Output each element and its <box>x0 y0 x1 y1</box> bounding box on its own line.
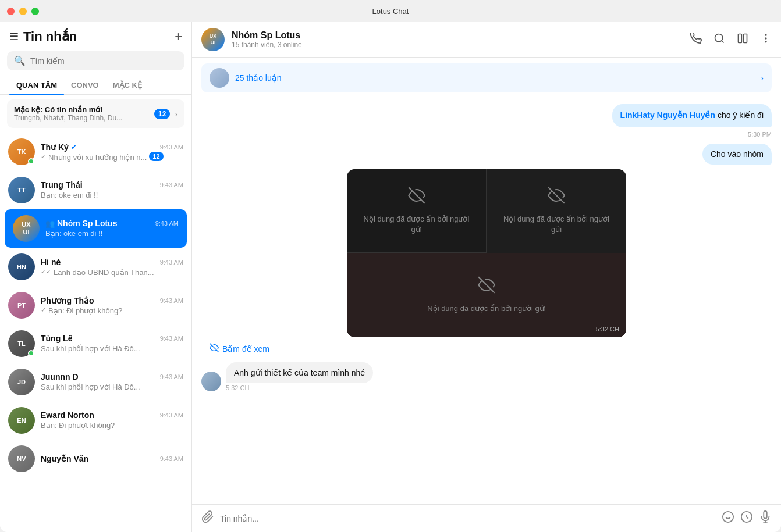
sender-avatar <box>201 372 221 391</box>
chat-time: 9:43 AM <box>160 412 183 419</box>
list-item[interactable]: TK Thư Ký ✔ 9:43 AM ✓ Nhưng với xu hướng… <box>0 133 191 171</box>
messages-area: LinkHaty Nguyễn Huyền cho ý kiến đi 5:30… <box>192 98 781 504</box>
compose-button[interactable]: + <box>175 29 182 44</box>
maximize-button[interactable] <box>31 8 39 15</box>
message-text: Cho vào nhóm <box>711 149 764 159</box>
call-icon[interactable] <box>690 33 702 47</box>
svg-rect-3 <box>744 34 747 42</box>
thread-banner[interactable]: 25 thảo luận › <box>201 63 772 92</box>
search-icon: 🔍 <box>14 55 26 66</box>
list-item[interactable]: TT Trung Thái 9:43 AM Bạn: oke em đi !! <box>0 171 191 209</box>
hidden-cell: Nội dung đã được ẩn bởi người gửi 5:32 C… <box>347 253 626 337</box>
chat-name: Hi nè <box>41 258 61 267</box>
hidden-text: Nội dung đã được ẩn bởi người gửi <box>427 304 545 314</box>
thread-label: 25 thảo luận <box>235 73 755 83</box>
chat-time: 9:43 AM <box>160 259 183 266</box>
emoji-icon[interactable] <box>722 510 734 526</box>
chevron-right-icon: › <box>175 109 178 119</box>
chat-header-name: Nhóm Sp Lotus <box>232 30 683 41</box>
hidden-images-grid: Nội dung đã được ẩn bởi người gửi Nội d <box>347 169 626 338</box>
hidden-cell: Nội dung đã được ẩn bởi người gửi <box>487 169 626 253</box>
online-indicator <box>28 350 34 356</box>
chat-name: Juunnn D <box>41 372 79 381</box>
chat-name: Trung Thái <box>41 180 83 190</box>
list-item[interactable]: JD Juunnn D 9:43 AM Sau khi phối hợp với… <box>0 363 191 401</box>
list-item[interactable]: UXUI 👥 Nhóm Sp Lotus 9:43 AM Bạn: oke em… <box>5 209 187 248</box>
sidebar-header: ☰ Tin nhắn + <box>0 22 191 51</box>
chat-preview: Nhưng với xu hướng hiện n... <box>48 153 147 162</box>
chat-name: Tùng Lê <box>41 334 72 343</box>
avatar: NV <box>8 445 35 472</box>
message-bubble: Anh gửi thiết kế của team mình nhé <box>226 362 373 383</box>
list-item[interactable]: EN Eward Norton 9:43 AM Bạn: Đi phượt kh… <box>0 401 191 440</box>
chat-name: Nguyễn Văn <box>41 454 88 463</box>
chat-name: Phương Thảo <box>41 296 94 305</box>
menu-icon[interactable]: ☰ <box>9 30 19 43</box>
message-row: Anh gửi thiết kế của team mình nhé 5:32 … <box>201 362 772 391</box>
tab-convo[interactable]: CONVO <box>64 76 106 94</box>
thread-avatar <box>210 68 229 88</box>
svg-point-6 <box>765 41 766 42</box>
message-bubble: Cho vào nhóm <box>702 144 772 165</box>
tap-to-view-button[interactable]: Bấm để xem <box>201 340 278 358</box>
sidebar: ☰ Tin nhắn + 🔍 QUAN TÂM CONVO MẶC KỆ Mặc… <box>0 22 192 532</box>
list-item[interactable]: PT Phương Thảo 9:43 AM ✓ Bạn: Đi phượt k… <box>0 286 191 324</box>
avatar-wrap: HN <box>8 253 35 280</box>
list-item[interactable]: TL Tùng Lê 9:43 AM Sau khi phối hợp với … <box>0 324 191 363</box>
tab-bar: QUAN TÂM CONVO MẶC KỆ <box>0 76 191 95</box>
hidden-content-message: Nội dung đã được ẩn bởi người gửi Nội d <box>201 169 772 358</box>
hidden-cell: Nội dung đã được ẩn bởi người gửi <box>347 169 487 253</box>
list-item[interactable]: HN Hi nè 9:43 AM ✓✓ Lãnh đạo UBND quận T… <box>0 248 191 286</box>
input-bar <box>192 504 781 532</box>
avatar-wrap: UXUI <box>13 215 40 242</box>
sender-name: LinkHaty Nguyễn Huyền <box>620 110 715 120</box>
tab-mac-ke[interactable]: MẶC KỆ <box>106 76 149 94</box>
chevron-right-icon: › <box>761 73 764 83</box>
group-icon: 👥 <box>45 219 55 228</box>
sticker-icon[interactable] <box>740 510 753 526</box>
tap-to-view-label: Bấm để xem <box>222 344 269 354</box>
message-time: 5:30 PM <box>748 131 772 138</box>
hidden-text: Nội dung đã được ẩn bởi người gửi <box>498 214 615 235</box>
chat-time: 9:43 AM <box>155 220 179 227</box>
attach-icon[interactable] <box>201 510 214 526</box>
more-icon[interactable] <box>760 33 772 47</box>
window-controls <box>7 8 39 15</box>
avatar-wrap: TK <box>8 138 35 165</box>
read-receipt-icon: ✓✓ <box>41 268 51 276</box>
chat-header-sub: 15 thành viên, 3 online <box>232 41 683 49</box>
message-row: LinkHaty Nguyễn Huyền cho ý kiến đi 5:30… <box>201 104 772 139</box>
hidden-icon <box>478 276 495 298</box>
verified-icon: ✔ <box>71 143 77 151</box>
group-avatar: UXUI <box>13 215 40 242</box>
hidden-icon <box>408 187 425 208</box>
list-item[interactable]: NV Nguyễn Văn 9:43 AM <box>0 440 191 478</box>
minimize-button[interactable] <box>19 8 27 15</box>
search-icon[interactable] <box>713 33 725 47</box>
notif-title: Mặc kệ: Có tin nhắn mới <box>14 105 150 114</box>
hidden-icon <box>548 187 565 208</box>
tab-quan-tam[interactable]: QUAN TÂM <box>9 76 64 94</box>
chat-time: 9:43 AM <box>160 144 183 151</box>
svg-point-4 <box>765 34 766 35</box>
app-title: Lotus Chat <box>372 7 409 16</box>
search-input[interactable] <box>30 56 178 66</box>
message-text: Anh gửi thiết kế của team mình nhé <box>234 368 365 377</box>
avatar-wrap: TL <box>8 330 35 357</box>
layout-icon[interactable] <box>737 33 748 47</box>
chat-name: Eward Norton <box>41 410 94 420</box>
microphone-icon[interactable] <box>759 510 772 526</box>
titlebar: Lotus Chat <box>0 0 781 22</box>
read-receipt-icon: ✓ <box>41 306 46 314</box>
chat-header: UXUI Nhóm Sp Lotus 15 thành viên, 3 onli… <box>192 22 781 58</box>
notif-sub: Trungnb, Nhatvt, Thang Dinh, Du... <box>14 114 150 122</box>
notif-badge: 12 <box>154 109 170 119</box>
chat-time: 9:43 AM <box>160 455 183 462</box>
svg-point-0 <box>715 34 723 41</box>
search-bar[interactable]: 🔍 <box>7 51 184 70</box>
close-button[interactable] <box>7 8 15 15</box>
avatar: HN <box>8 253 35 280</box>
avatar-wrap: TT <box>8 177 35 203</box>
message-input[interactable] <box>220 514 716 523</box>
notification-banner[interactable]: Mặc kệ: Có tin nhắn mới Trungnb, Nhatvt,… <box>7 99 184 128</box>
